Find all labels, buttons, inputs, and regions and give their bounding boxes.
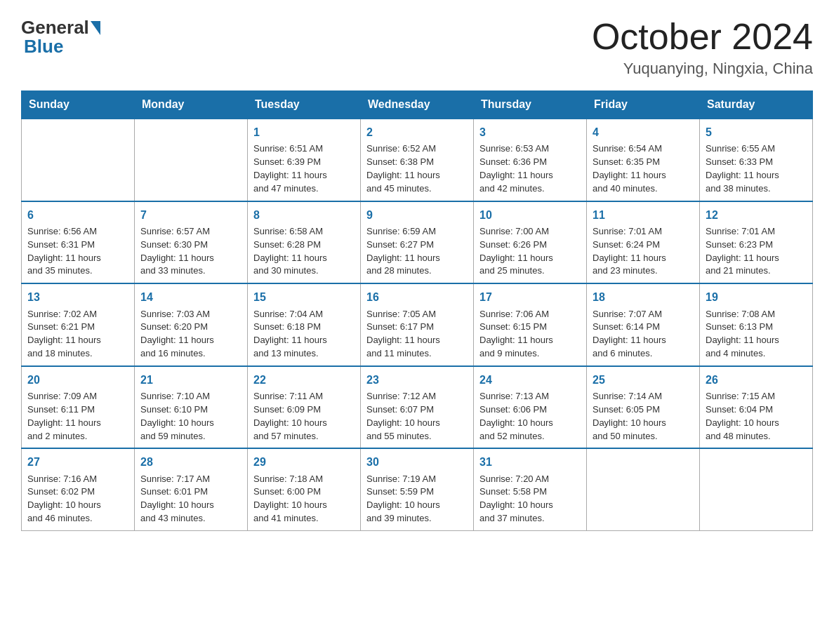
- calendar-cell: 6Sunrise: 6:56 AM Sunset: 6:31 PM Daylig…: [22, 201, 135, 284]
- day-number: 28: [140, 454, 241, 470]
- calendar-week-2: 6Sunrise: 6:56 AM Sunset: 6:31 PM Daylig…: [22, 201, 813, 284]
- day-info: Sunrise: 6:51 AM Sunset: 6:39 PM Dayligh…: [253, 142, 355, 195]
- title-area: October 2024 Yuquanying, Ningxia, China: [592, 17, 813, 78]
- calendar-week-5: 27Sunrise: 7:16 AM Sunset: 6:02 PM Dayli…: [22, 448, 813, 530]
- day-number: 20: [27, 372, 128, 388]
- calendar-cell: 18Sunrise: 7:07 AM Sunset: 6:14 PM Dayli…: [587, 283, 700, 366]
- day-info: Sunrise: 7:19 AM Sunset: 5:59 PM Dayligh…: [366, 473, 468, 525]
- logo-arrow-icon: [91, 21, 100, 35]
- header-day-sunday: Sunday: [22, 91, 135, 119]
- calendar-table: SundayMondayTuesdayWednesdayThursdayFrid…: [21, 90, 813, 531]
- header-day-saturday: Saturday: [700, 91, 813, 119]
- header-row: SundayMondayTuesdayWednesdayThursdayFrid…: [22, 91, 813, 119]
- calendar-week-1: 1Sunrise: 6:51 AM Sunset: 6:39 PM Daylig…: [22, 119, 813, 201]
- day-info: Sunrise: 7:09 AM Sunset: 6:11 PM Dayligh…: [27, 390, 128, 443]
- day-number: 31: [479, 454, 581, 470]
- day-number: 29: [253, 454, 355, 470]
- calendar-cell: 26Sunrise: 7:15 AM Sunset: 6:04 PM Dayli…: [700, 366, 813, 449]
- day-info: Sunrise: 7:17 AM Sunset: 6:01 PM Dayligh…: [140, 473, 241, 525]
- calendar-cell: 10Sunrise: 7:00 AM Sunset: 6:26 PM Dayli…: [474, 201, 587, 284]
- day-info: Sunrise: 7:07 AM Sunset: 6:14 PM Dayligh…: [593, 308, 694, 361]
- day-number: 12: [706, 207, 807, 223]
- calendar-header: SundayMondayTuesdayWednesdayThursdayFrid…: [22, 91, 813, 119]
- calendar-cell: 23Sunrise: 7:12 AM Sunset: 6:07 PM Dayli…: [361, 366, 474, 449]
- day-info: Sunrise: 7:01 AM Sunset: 6:23 PM Dayligh…: [706, 225, 807, 278]
- calendar-cell: 27Sunrise: 7:16 AM Sunset: 6:02 PM Dayli…: [22, 448, 135, 530]
- day-number: 18: [593, 289, 694, 305]
- calendar-body: 1Sunrise: 6:51 AM Sunset: 6:39 PM Daylig…: [22, 119, 813, 530]
- day-info: Sunrise: 7:12 AM Sunset: 6:07 PM Dayligh…: [366, 390, 468, 443]
- logo: General Blue: [21, 17, 100, 58]
- day-info: Sunrise: 7:01 AM Sunset: 6:24 PM Dayligh…: [593, 225, 694, 278]
- calendar-cell: 22Sunrise: 7:11 AM Sunset: 6:09 PM Dayli…: [248, 366, 361, 449]
- day-number: 15: [253, 289, 355, 305]
- calendar-cell: 3Sunrise: 6:53 AM Sunset: 6:36 PM Daylig…: [474, 119, 587, 201]
- day-info: Sunrise: 7:18 AM Sunset: 6:00 PM Dayligh…: [253, 473, 355, 525]
- day-info: Sunrise: 6:52 AM Sunset: 6:38 PM Dayligh…: [366, 142, 468, 195]
- logo-blue-text: Blue: [21, 36, 63, 58]
- day-number: 26: [706, 372, 807, 388]
- calendar-cell: 15Sunrise: 7:04 AM Sunset: 6:18 PM Dayli…: [248, 283, 361, 366]
- calendar-cell: 8Sunrise: 6:58 AM Sunset: 6:28 PM Daylig…: [248, 201, 361, 284]
- day-info: Sunrise: 7:04 AM Sunset: 6:18 PM Dayligh…: [253, 308, 355, 361]
- calendar-cell: 4Sunrise: 6:54 AM Sunset: 6:35 PM Daylig…: [587, 119, 700, 201]
- day-info: Sunrise: 6:55 AM Sunset: 6:33 PM Dayligh…: [706, 142, 807, 195]
- day-info: Sunrise: 7:10 AM Sunset: 6:10 PM Dayligh…: [140, 390, 241, 443]
- header: General Blue October 2024 Yuquanying, Ni…: [21, 17, 813, 78]
- day-info: Sunrise: 7:02 AM Sunset: 6:21 PM Dayligh…: [27, 308, 128, 361]
- day-info: Sunrise: 7:03 AM Sunset: 6:20 PM Dayligh…: [140, 308, 241, 361]
- day-info: Sunrise: 7:11 AM Sunset: 6:09 PM Dayligh…: [253, 390, 355, 443]
- header-day-wednesday: Wednesday: [361, 91, 474, 119]
- day-number: 5: [706, 124, 807, 140]
- calendar-cell: [700, 448, 813, 530]
- day-info: Sunrise: 7:00 AM Sunset: 6:26 PM Dayligh…: [479, 225, 581, 278]
- day-info: Sunrise: 7:20 AM Sunset: 5:58 PM Dayligh…: [479, 473, 581, 525]
- calendar-cell: 20Sunrise: 7:09 AM Sunset: 6:11 PM Dayli…: [22, 366, 135, 449]
- day-info: Sunrise: 7:13 AM Sunset: 6:06 PM Dayligh…: [479, 390, 581, 443]
- day-info: Sunrise: 7:14 AM Sunset: 6:05 PM Dayligh…: [593, 390, 694, 443]
- day-number: 24: [479, 372, 581, 388]
- day-number: 8: [253, 207, 355, 223]
- calendar-cell: [22, 119, 135, 201]
- day-number: 25: [593, 372, 694, 388]
- day-number: 22: [253, 372, 355, 388]
- day-number: 17: [479, 289, 581, 305]
- day-info: Sunrise: 6:58 AM Sunset: 6:28 PM Dayligh…: [253, 225, 355, 278]
- day-info: Sunrise: 7:06 AM Sunset: 6:15 PM Dayligh…: [479, 308, 581, 361]
- day-info: Sunrise: 7:05 AM Sunset: 6:17 PM Dayligh…: [366, 308, 468, 361]
- day-number: 14: [140, 289, 241, 305]
- calendar-cell: 7Sunrise: 6:57 AM Sunset: 6:30 PM Daylig…: [135, 201, 248, 284]
- calendar-cell: 13Sunrise: 7:02 AM Sunset: 6:21 PM Dayli…: [22, 283, 135, 366]
- day-number: 2: [366, 124, 468, 140]
- calendar-week-3: 13Sunrise: 7:02 AM Sunset: 6:21 PM Dayli…: [22, 283, 813, 366]
- calendar-cell: 2Sunrise: 6:52 AM Sunset: 6:38 PM Daylig…: [361, 119, 474, 201]
- day-number: 6: [27, 207, 128, 223]
- day-number: 9: [366, 207, 468, 223]
- calendar-cell: 1Sunrise: 6:51 AM Sunset: 6:39 PM Daylig…: [248, 119, 361, 201]
- calendar-cell: 31Sunrise: 7:20 AM Sunset: 5:58 PM Dayli…: [474, 448, 587, 530]
- day-info: Sunrise: 6:59 AM Sunset: 6:27 PM Dayligh…: [366, 225, 468, 278]
- calendar-cell: 9Sunrise: 6:59 AM Sunset: 6:27 PM Daylig…: [361, 201, 474, 284]
- calendar-cell: [135, 119, 248, 201]
- calendar-cell: 14Sunrise: 7:03 AM Sunset: 6:20 PM Dayli…: [135, 283, 248, 366]
- day-info: Sunrise: 7:08 AM Sunset: 6:13 PM Dayligh…: [706, 308, 807, 361]
- day-info: Sunrise: 6:54 AM Sunset: 6:35 PM Dayligh…: [593, 142, 694, 195]
- day-info: Sunrise: 6:57 AM Sunset: 6:30 PM Dayligh…: [140, 225, 241, 278]
- location-text: Yuquanying, Ningxia, China: [592, 60, 813, 78]
- day-number: 7: [140, 207, 241, 223]
- header-day-tuesday: Tuesday: [248, 91, 361, 119]
- header-day-friday: Friday: [587, 91, 700, 119]
- day-number: 21: [140, 372, 241, 388]
- day-number: 3: [479, 124, 581, 140]
- header-day-thursday: Thursday: [474, 91, 587, 119]
- calendar-cell: 30Sunrise: 7:19 AM Sunset: 5:59 PM Dayli…: [361, 448, 474, 530]
- day-info: Sunrise: 7:16 AM Sunset: 6:02 PM Dayligh…: [27, 473, 128, 525]
- day-number: 11: [593, 207, 694, 223]
- day-info: Sunrise: 6:56 AM Sunset: 6:31 PM Dayligh…: [27, 225, 128, 278]
- month-title: October 2024: [592, 17, 813, 57]
- calendar-cell: 5Sunrise: 6:55 AM Sunset: 6:33 PM Daylig…: [700, 119, 813, 201]
- day-number: 13: [27, 289, 128, 305]
- day-number: 16: [366, 289, 468, 305]
- day-number: 30: [366, 454, 468, 470]
- calendar-cell: 24Sunrise: 7:13 AM Sunset: 6:06 PM Dayli…: [474, 366, 587, 449]
